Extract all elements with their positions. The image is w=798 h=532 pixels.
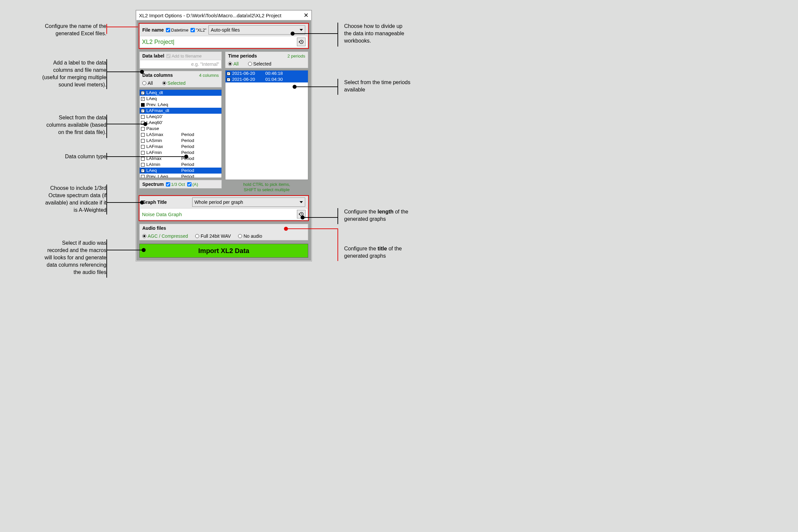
leader-dot: [292, 85, 297, 89]
leader: [338, 228, 338, 261]
radio-audio-none[interactable]: No audio: [238, 233, 262, 239]
leader: [107, 185, 107, 214]
list-item[interactable]: ✓LAeqPeriod: [140, 168, 222, 174]
leader-dot: [291, 32, 294, 36]
list-item[interactable]: ✓LAeq_dt: [140, 90, 222, 96]
callout-datacols: Select from the data columns available (…: [23, 114, 107, 136]
radio-cols-all[interactable]: All: [142, 80, 153, 86]
callout-audio: Select if audio was recorded and the mac…: [17, 240, 107, 276]
list-item[interactable]: ✓2021-06-2001:04:30: [225, 76, 308, 82]
spectrum-label: Spectrum: [142, 182, 164, 187]
ctrl-shift-hint: hold CTRL to pick items, SHIFT to select…: [225, 182, 308, 192]
filename-label: File name: [142, 27, 164, 33]
datacols-label: Data columns: [142, 73, 173, 78]
dialog-window: XL2 Import Options - D:\Work\Tools\Macro…: [136, 10, 312, 261]
leader-dot: [143, 122, 147, 126]
datalabel-panel: Data label Add to filename e.g. "Interna…: [139, 52, 222, 69]
checkbox-oct[interactable]: 1/3 Oct: [166, 182, 185, 187]
leader: [338, 208, 338, 224]
checkbox-aweight[interactable]: (A): [187, 182, 198, 187]
list-item[interactable]: LAIminPeriod: [140, 162, 222, 168]
periods-header: Time periods 2 periods All Selected: [225, 52, 308, 68]
list-item[interactable]: LAFmaxPeriod: [140, 144, 222, 150]
leader: [107, 115, 107, 138]
leader: [107, 124, 145, 125]
datalabel-label: Data label: [142, 53, 164, 58]
radio-periods-all[interactable]: All: [228, 61, 239, 66]
leader: [292, 33, 338, 34]
list-item[interactable]: ✓LAeq: [140, 96, 222, 102]
window-title: XL2 Import Options - D:\Work\Tools\Macro…: [139, 13, 281, 18]
list-item[interactable]: ✓LAFmax_dt: [140, 108, 222, 114]
graph-title-input[interactable]: Noise Data Graph: [140, 208, 308, 220]
callout-spectrum: Choose to include 1/3rd Octave spectrum …: [20, 185, 107, 214]
graph-length-select[interactable]: Whole period per graph: [192, 197, 305, 207]
leader: [107, 26, 138, 27]
datalabel-input[interactable]: e.g. "Internal": [140, 60, 222, 69]
list-item[interactable]: LAeq60': [140, 120, 222, 126]
leader-dot: [301, 215, 305, 220]
callout-graphtitle: Configure the title of the generated gra…: [344, 245, 437, 260]
list-item[interactable]: LAFminPeriod: [140, 150, 222, 156]
leader: [286, 228, 338, 229]
list-item[interactable]: LASmaxPeriod: [140, 132, 222, 138]
radio-audio-wav[interactable]: Full 24bit WAV: [195, 233, 231, 239]
checkbox-datetime[interactable]: Datetime: [166, 27, 189, 33]
periods-label: Time periods: [228, 53, 257, 58]
graph-panel: Graph Title Whole period per graph Noise…: [139, 196, 308, 221]
leader: [107, 153, 107, 159]
leader-dot: [140, 70, 144, 74]
graph-title-label: Graph Title: [142, 200, 167, 205]
list-item[interactable]: Prev. LAeqPeriod: [140, 174, 222, 178]
leader: [107, 24, 107, 34]
leader: [107, 156, 186, 157]
list-item[interactable]: LAeq10': [140, 114, 222, 120]
titlebar: XL2 Import Options - D:\Work\Tools\Macro…: [136, 10, 311, 20]
leader-dot: [184, 155, 188, 158]
callout-autosplit: Choose how to divide up the data into ma…: [344, 23, 437, 44]
history-icon[interactable]: [297, 38, 306, 46]
leader: [338, 79, 338, 95]
leader-dot: [141, 248, 146, 252]
callout-coltype: Data column type: [33, 153, 107, 160]
callout-periods: Select from the time periods available: [344, 79, 437, 93]
callout-graphlen: Configure the length of the generated gr…: [344, 208, 437, 223]
audio-panel: Audio files AGC / Compressed Full 24bit …: [139, 224, 308, 241]
import-button[interactable]: Import XL2 Data: [139, 244, 308, 258]
leader: [294, 87, 338, 87]
datacols-header: Data columns 4 columns All Selected: [139, 71, 222, 88]
leader: [303, 217, 338, 218]
leader: [338, 23, 338, 46]
leader: [107, 59, 107, 89]
audio-label: Audio files: [142, 225, 166, 231]
spectrum-panel: Spectrum 1/3 Oct (A): [139, 180, 222, 189]
list-item[interactable]: Pause: [140, 126, 222, 132]
periods-count: 2 periods: [288, 54, 305, 58]
list-item[interactable]: ✓2021-06-2000:46:18: [225, 71, 308, 76]
leader: [107, 240, 107, 278]
filename-panel: File name Datetime "XL2" Auto-split file…: [139, 24, 308, 48]
close-icon[interactable]: ✕: [304, 12, 308, 19]
data-columns-list[interactable]: ✓LAeq_dt✓LAeq✓Prev. LAeq✓LAFmax_dtLAeq10…: [139, 90, 222, 178]
list-item[interactable]: LASminPeriod: [140, 138, 222, 144]
radio-cols-selected[interactable]: Selected: [162, 80, 186, 86]
leader: [107, 250, 143, 250]
checkbox-add-to-filename[interactable]: Add to filename: [166, 54, 202, 58]
middle-columns: Data label Add to filename e.g. "Interna…: [139, 52, 308, 192]
leader: [107, 72, 141, 72]
callout-datalabel: Add a label to the data columns and file…: [13, 59, 107, 89]
callout-filename: Configure the name of the generated Exce…: [13, 23, 107, 37]
leader: [107, 202, 141, 203]
list-item[interactable]: ✓Prev. LAeq: [140, 102, 222, 108]
leader-dot: [140, 201, 144, 205]
filename-input[interactable]: XL2 Project: [140, 36, 308, 48]
radio-periods-selected[interactable]: Selected: [248, 61, 271, 66]
leader-dot: [284, 227, 288, 231]
checkbox-xl2[interactable]: "XL2": [191, 27, 207, 33]
radio-audio-agc[interactable]: AGC / Compressed: [142, 233, 188, 239]
datacols-count: 4 columns: [199, 73, 219, 78]
